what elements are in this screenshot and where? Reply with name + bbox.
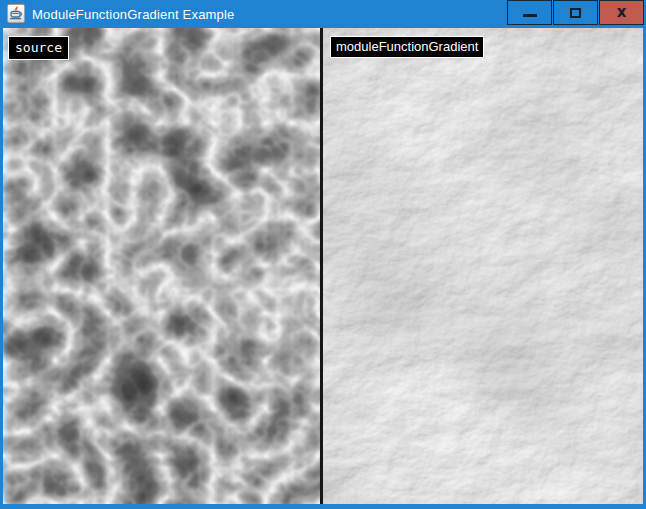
source-texture-image xyxy=(3,28,320,504)
close-button[interactable]: x xyxy=(599,0,644,25)
window-controls: x xyxy=(507,0,644,25)
java-app-icon[interactable] xyxy=(7,4,25,23)
window-title: ModuleFunctionGradient Example xyxy=(32,7,235,22)
source-label: source xyxy=(8,36,69,60)
maximize-icon xyxy=(570,8,581,18)
app-window: ModuleFunctionGradient Example x source xyxy=(0,0,646,509)
panel-moduleFunctionGradient: moduleFunctionGradient xyxy=(323,28,643,504)
java-coffee-cup-icon xyxy=(9,6,23,21)
titlebar[interactable]: ModuleFunctionGradient Example x xyxy=(0,0,646,28)
panel-source: source xyxy=(3,28,320,504)
minimize-icon xyxy=(523,14,537,17)
maximize-button[interactable] xyxy=(553,0,598,25)
minimize-button[interactable] xyxy=(507,0,552,25)
close-icon: x xyxy=(617,5,627,20)
moduleFunctionGradient-label: moduleFunctionGradient xyxy=(330,36,484,58)
content-area: source moduleFunctionGradient xyxy=(3,28,643,504)
moduleFunctionGradient-texture-image xyxy=(323,28,643,504)
